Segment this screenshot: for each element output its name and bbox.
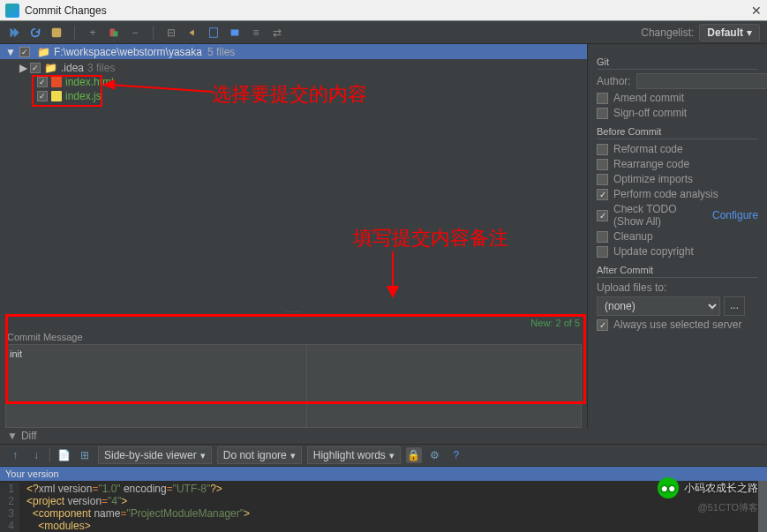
compare-icon[interactable]: ⊞ bbox=[77, 447, 93, 463]
checkbox[interactable]: ✓ bbox=[597, 210, 608, 221]
annotation-box bbox=[32, 75, 102, 107]
changelist-icon[interactable] bbox=[49, 26, 64, 40]
blog-watermark: @51CTO博客 bbox=[698, 501, 758, 514]
delete-icon[interactable]: − bbox=[128, 26, 142, 40]
file-count: 5 files bbox=[207, 46, 235, 58]
tree-folder-row[interactable]: ▶ ✓ 📁 .idea 3 files bbox=[0, 61, 587, 75]
gear-icon[interactable]: ⚙ bbox=[427, 447, 443, 463]
lock-icon[interactable]: 🔒 bbox=[406, 447, 422, 463]
svg-rect-3 bbox=[210, 27, 218, 37]
jump-icon[interactable]: 📄 bbox=[56, 447, 71, 463]
changelist-label: Changelist: bbox=[641, 26, 694, 39]
collapse-icon[interactable] bbox=[228, 26, 242, 40]
diff-label: ▼Diff bbox=[0, 428, 767, 444]
highlight-combo[interactable]: Highlight words ▾ bbox=[307, 446, 401, 464]
add-icon[interactable]: + bbox=[86, 26, 100, 40]
author-input[interactable] bbox=[636, 73, 767, 89]
git-section-title: Git bbox=[597, 56, 758, 70]
separator bbox=[74, 26, 75, 40]
revert-icon[interactable] bbox=[185, 26, 199, 40]
checkbox[interactable] bbox=[597, 108, 608, 119]
checkbox[interactable]: ✓ bbox=[30, 63, 41, 73]
checkbox[interactable]: ✓ bbox=[19, 47, 30, 57]
right-panel: Git Author: Amend commit Sign-off commit… bbox=[587, 44, 767, 428]
chevron-down-icon: ▾ bbox=[747, 26, 752, 39]
separator bbox=[153, 26, 154, 40]
svg-rect-2 bbox=[113, 31, 117, 36]
tree-root-path: F:\workspace\webstorm\yasaka bbox=[54, 46, 202, 58]
upload-select[interactable]: (none) bbox=[597, 296, 720, 316]
checkbox[interactable] bbox=[597, 93, 608, 104]
before-commit-title: Before Commit bbox=[597, 126, 758, 139]
annotation-text: 填写提交内容备注 bbox=[353, 225, 508, 251]
refresh-icon[interactable] bbox=[28, 26, 42, 40]
group-icon[interactable]: ⊟ bbox=[164, 26, 178, 40]
folder-icon: 📁 bbox=[44, 62, 57, 74]
browse-button[interactable]: ... bbox=[724, 296, 745, 316]
author-label: Author: bbox=[597, 75, 631, 87]
configure-link[interactable]: Configure bbox=[712, 209, 758, 221]
toolbar: + − ⊟ ≡ ⇄ Changelist: Default ▾ bbox=[0, 21, 767, 44]
titlebar: Commit Changes ✕ bbox=[0, 0, 767, 21]
expand-arrow-icon[interactable]: ▼ bbox=[5, 46, 16, 58]
changelist-combo[interactable]: Default ▾ bbox=[699, 24, 760, 41]
checkbox[interactable]: ✓ bbox=[597, 319, 608, 331]
checkbox[interactable] bbox=[597, 159, 608, 170]
checkbox[interactable] bbox=[597, 231, 608, 243]
show-diff-icon[interactable] bbox=[7, 26, 21, 40]
window-title: Commit Changes bbox=[25, 4, 107, 17]
svg-rect-0 bbox=[52, 27, 62, 37]
prev-diff-icon[interactable]: ↑ bbox=[7, 447, 23, 463]
checkbox[interactable] bbox=[597, 144, 608, 155]
svg-rect-4 bbox=[231, 29, 239, 35]
your-version-label: Your version bbox=[0, 467, 767, 481]
code-viewer[interactable]: 1<?xml version="1.0" encoding="UTF-8"?> … bbox=[0, 481, 767, 532]
checkbox[interactable]: ✓ bbox=[597, 189, 608, 200]
watermark: ●● 小码农成长之路 bbox=[658, 477, 758, 498]
diff-toolbar: ↑ ↓ 📄 ⊞ Side-by-side viewer ▾ Do not ign… bbox=[0, 444, 767, 467]
tree-root-row[interactable]: ▼ ✓ 📁 F:\workspace\webstorm\yasaka 5 fil… bbox=[0, 44, 587, 59]
wechat-icon: ●● bbox=[658, 477, 679, 498]
next-diff-icon[interactable]: ↓ bbox=[28, 447, 44, 463]
after-commit-title: After Commit bbox=[597, 265, 758, 278]
expand-arrow-icon[interactable]: ▶ bbox=[19, 62, 28, 74]
annotation-box bbox=[5, 314, 586, 404]
ignore-combo[interactable]: Do not ignore ▾ bbox=[217, 446, 302, 464]
viewer-combo[interactable]: Side-by-side viewer ▾ bbox=[98, 446, 212, 464]
expand-arrow-icon[interactable]: ▼ bbox=[7, 430, 18, 442]
folder-icon: 📁 bbox=[37, 46, 50, 58]
annotation-text: 选择要提交的内容 bbox=[212, 81, 367, 108]
checkbox[interactable] bbox=[597, 174, 608, 185]
remove-icon[interactable] bbox=[107, 26, 121, 40]
scrollbar[interactable] bbox=[758, 481, 767, 532]
history-icon[interactable]: ≡ bbox=[249, 26, 263, 40]
help-icon[interactable]: ? bbox=[448, 447, 464, 463]
expand-icon[interactable] bbox=[207, 26, 221, 40]
close-icon[interactable]: ✕ bbox=[751, 4, 762, 18]
settings-icon[interactable]: ⇄ bbox=[270, 26, 284, 40]
checkbox[interactable] bbox=[597, 246, 608, 258]
app-icon bbox=[5, 4, 19, 18]
